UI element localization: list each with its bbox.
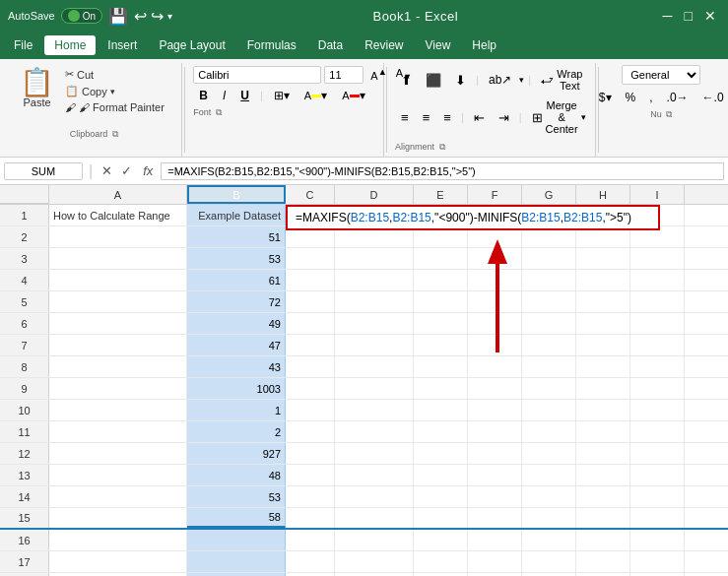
cut-button[interactable]: ✂ Cut: [62, 67, 167, 82]
cell-b15[interactable]: 58: [187, 508, 286, 528]
cell-d6[interactable]: [335, 313, 414, 334]
row-header-13[interactable]: 13: [0, 465, 49, 485]
cell-c15[interactable]: [286, 508, 335, 528]
cell-g11[interactable]: [522, 421, 576, 442]
col-header-g[interactable]: G: [522, 185, 576, 204]
cell-h5[interactable]: [576, 291, 630, 312]
orientation-button[interactable]: ab↗: [483, 70, 517, 90]
cell-b9[interactable]: 1003: [187, 378, 286, 399]
decrease-indent-button[interactable]: ⇤: [468, 107, 491, 128]
cell-h14[interactable]: [576, 486, 630, 507]
row-header-5[interactable]: 5: [0, 291, 49, 312]
cell-i6[interactable]: [630, 313, 685, 334]
col-header-c[interactable]: C: [286, 185, 335, 204]
comma-button[interactable]: ,: [643, 88, 658, 107]
cell-d9[interactable]: [335, 378, 414, 399]
row-header-12[interactable]: 12: [0, 443, 49, 464]
align-center-button[interactable]: ≡: [417, 107, 436, 128]
redo-btn[interactable]: ↪: [151, 7, 164, 26]
cell-h10[interactable]: [576, 400, 630, 420]
wrap-text-button[interactable]: ⮐ Wrap Text: [535, 65, 588, 95]
cell-b4[interactable]: 61: [187, 270, 286, 290]
cell-c9[interactable]: [286, 378, 335, 399]
cell-g9[interactable]: [522, 378, 576, 399]
cell-a7[interactable]: [49, 335, 187, 355]
cell-e11[interactable]: [414, 421, 468, 442]
cell-d16[interactable]: [335, 530, 414, 550]
cell-d7[interactable]: [335, 335, 414, 355]
cell-i16[interactable]: [630, 530, 685, 550]
cell-f11[interactable]: [468, 421, 522, 442]
cell-f14[interactable]: [468, 486, 522, 507]
increase-font-size-button[interactable]: A▲: [366, 65, 390, 84]
cell-i12[interactable]: [630, 443, 685, 464]
font-size-input[interactable]: [324, 66, 364, 84]
alignment-expand[interactable]: ⧉: [439, 142, 445, 152]
align-left-button[interactable]: ≡: [395, 107, 415, 128]
cell-g7[interactable]: [522, 335, 576, 355]
cell-g17[interactable]: [522, 551, 576, 572]
cell-g13[interactable]: [522, 465, 576, 485]
cell-c14[interactable]: [286, 486, 335, 507]
align-middle-button[interactable]: ⬛: [420, 70, 447, 91]
menu-view[interactable]: View: [416, 35, 461, 55]
cancel-formula-button[interactable]: ✕: [99, 163, 115, 178]
close-btn[interactable]: ✕: [700, 8, 720, 24]
cell-b11[interactable]: 2: [187, 421, 286, 442]
cell-h3[interactable]: [576, 248, 630, 269]
cell-c17[interactable]: [286, 551, 335, 572]
row-header-16[interactable]: 16: [0, 530, 49, 550]
cell-b5[interactable]: 72: [187, 291, 286, 312]
col-header-b[interactable]: B: [187, 185, 286, 204]
clipboard-expand[interactable]: ⧉: [112, 129, 118, 139]
cell-i14[interactable]: [630, 486, 685, 507]
confirm-formula-button[interactable]: ✓: [118, 163, 135, 178]
col-header-a[interactable]: A: [49, 185, 187, 204]
cell-b12[interactable]: 927: [187, 443, 286, 464]
row-header-2[interactable]: 2: [0, 226, 49, 247]
cell-d15[interactable]: [335, 508, 414, 528]
cell-f17[interactable]: [468, 551, 522, 572]
cell-a10[interactable]: [49, 400, 187, 420]
cell-h12[interactable]: [576, 443, 630, 464]
italic-button[interactable]: I: [217, 86, 232, 105]
number-expand[interactable]: ⧉: [666, 109, 672, 119]
cell-a15[interactable]: [49, 508, 187, 528]
number-format-select[interactable]: General: [622, 65, 700, 85]
cell-b3[interactable]: 53: [187, 248, 286, 269]
formula-input[interactable]: [161, 162, 724, 180]
merge-center-button[interactable]: ⊞ Merge & Center ▾: [526, 96, 592, 138]
col-header-f[interactable]: F: [468, 185, 522, 204]
font-expand[interactable]: ⧉: [216, 107, 222, 117]
align-top-button[interactable]: ⬆: [395, 70, 418, 91]
row-header-4[interactable]: 4: [0, 270, 49, 290]
autosave-toggle[interactable]: On: [61, 8, 102, 24]
cell-i13[interactable]: [630, 465, 685, 485]
row-header-14[interactable]: 14: [0, 486, 49, 507]
cell-d3[interactable]: [335, 248, 414, 269]
corner-cell[interactable]: [0, 185, 49, 204]
cell-b10[interactable]: 1: [187, 400, 286, 420]
cell-a1[interactable]: How to Calculate Range: [49, 205, 187, 225]
cell-a5[interactable]: [49, 291, 187, 312]
cell-e6[interactable]: [414, 313, 468, 334]
col-header-i[interactable]: I: [630, 185, 685, 204]
cell-b2[interactable]: 51: [187, 226, 286, 247]
cell-a14[interactable]: [49, 486, 187, 507]
cell-c4[interactable]: [286, 270, 335, 290]
cell-g8[interactable]: [522, 356, 576, 377]
cell-c10[interactable]: [286, 400, 335, 420]
cell-e17[interactable]: [414, 551, 468, 572]
name-box[interactable]: [4, 162, 83, 180]
cell-b8[interactable]: 43: [187, 356, 286, 377]
cell-f9[interactable]: [468, 378, 522, 399]
cell-e16[interactable]: [414, 530, 468, 550]
cell-a13[interactable]: [49, 465, 187, 485]
cell-d4[interactable]: [335, 270, 414, 290]
underline-button[interactable]: U: [234, 86, 255, 105]
row-header-8[interactable]: 8: [0, 356, 49, 377]
cell-f13[interactable]: [468, 465, 522, 485]
cell-h17[interactable]: [576, 551, 630, 572]
cell-d8[interactable]: [335, 356, 414, 377]
menu-review[interactable]: Review: [355, 35, 413, 55]
